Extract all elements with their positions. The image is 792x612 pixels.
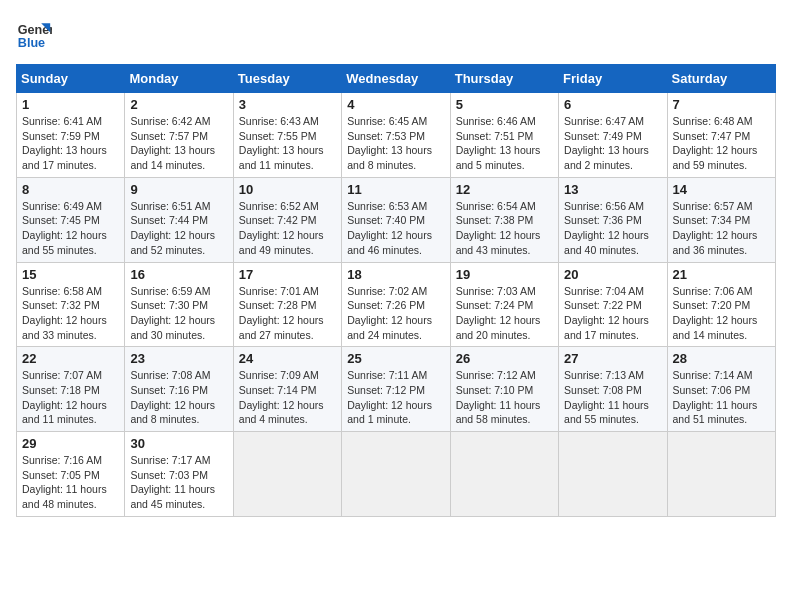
calendar-day-cell: 5 Sunrise: 6:46 AM Sunset: 7:51 PM Dayli… bbox=[450, 93, 558, 178]
daylight-label: Daylight: 13 hours and 17 minutes. bbox=[22, 144, 107, 171]
day-number: 1 bbox=[22, 97, 119, 112]
daylight-label: Daylight: 12 hours and 14 minutes. bbox=[673, 314, 758, 341]
calendar-day-cell bbox=[450, 432, 558, 517]
daylight-label: Daylight: 13 hours and 11 minutes. bbox=[239, 144, 324, 171]
calendar-week-row: 29 Sunrise: 7:16 AM Sunset: 7:05 PM Dayl… bbox=[17, 432, 776, 517]
daylight-label: Daylight: 12 hours and 55 minutes. bbox=[22, 229, 107, 256]
calendar-table: SundayMondayTuesdayWednesdayThursdayFrid… bbox=[16, 64, 776, 517]
sunrise-label: Sunrise: 6:48 AM bbox=[673, 115, 753, 127]
daylight-label: Daylight: 13 hours and 8 minutes. bbox=[347, 144, 432, 171]
sunrise-label: Sunrise: 6:49 AM bbox=[22, 200, 102, 212]
sunrise-label: Sunrise: 7:13 AM bbox=[564, 369, 644, 381]
sunset-label: Sunset: 7:42 PM bbox=[239, 214, 317, 226]
calendar-day-cell bbox=[559, 432, 667, 517]
weekday-header-cell: Tuesday bbox=[233, 65, 341, 93]
calendar-day-cell: 22 Sunrise: 7:07 AM Sunset: 7:18 PM Dayl… bbox=[17, 347, 125, 432]
daylight-label: Daylight: 12 hours and 20 minutes. bbox=[456, 314, 541, 341]
day-info: Sunrise: 6:49 AM Sunset: 7:45 PM Dayligh… bbox=[22, 199, 119, 258]
day-info: Sunrise: 6:43 AM Sunset: 7:55 PM Dayligh… bbox=[239, 114, 336, 173]
sunrise-label: Sunrise: 6:42 AM bbox=[130, 115, 210, 127]
sunrise-label: Sunrise: 6:53 AM bbox=[347, 200, 427, 212]
calendar-body: 1 Sunrise: 6:41 AM Sunset: 7:59 PM Dayli… bbox=[17, 93, 776, 517]
calendar-day-cell: 12 Sunrise: 6:54 AM Sunset: 7:38 PM Dayl… bbox=[450, 177, 558, 262]
sunset-label: Sunset: 7:30 PM bbox=[130, 299, 208, 311]
calendar-day-cell bbox=[667, 432, 775, 517]
daylight-label: Daylight: 12 hours and 49 minutes. bbox=[239, 229, 324, 256]
calendar-day-cell: 13 Sunrise: 6:56 AM Sunset: 7:36 PM Dayl… bbox=[559, 177, 667, 262]
sunset-label: Sunset: 7:26 PM bbox=[347, 299, 425, 311]
sunset-label: Sunset: 7:40 PM bbox=[347, 214, 425, 226]
day-number: 21 bbox=[673, 267, 770, 282]
day-number: 20 bbox=[564, 267, 661, 282]
day-number: 4 bbox=[347, 97, 444, 112]
logo-icon: General Blue bbox=[16, 16, 52, 52]
calendar-day-cell: 23 Sunrise: 7:08 AM Sunset: 7:16 PM Dayl… bbox=[125, 347, 233, 432]
sunset-label: Sunset: 7:34 PM bbox=[673, 214, 751, 226]
logo: General Blue bbox=[16, 16, 52, 52]
calendar-week-row: 8 Sunrise: 6:49 AM Sunset: 7:45 PM Dayli… bbox=[17, 177, 776, 262]
day-info: Sunrise: 7:01 AM Sunset: 7:28 PM Dayligh… bbox=[239, 284, 336, 343]
day-info: Sunrise: 7:11 AM Sunset: 7:12 PM Dayligh… bbox=[347, 368, 444, 427]
daylight-label: Daylight: 12 hours and 40 minutes. bbox=[564, 229, 649, 256]
calendar-day-cell: 9 Sunrise: 6:51 AM Sunset: 7:44 PM Dayli… bbox=[125, 177, 233, 262]
day-number: 12 bbox=[456, 182, 553, 197]
day-info: Sunrise: 6:58 AM Sunset: 7:32 PM Dayligh… bbox=[22, 284, 119, 343]
sunrise-label: Sunrise: 7:11 AM bbox=[347, 369, 427, 381]
sunset-label: Sunset: 7:28 PM bbox=[239, 299, 317, 311]
day-number: 10 bbox=[239, 182, 336, 197]
sunrise-label: Sunrise: 6:58 AM bbox=[22, 285, 102, 297]
day-info: Sunrise: 6:56 AM Sunset: 7:36 PM Dayligh… bbox=[564, 199, 661, 258]
sunset-label: Sunset: 7:49 PM bbox=[564, 130, 642, 142]
daylight-label: Daylight: 12 hours and 46 minutes. bbox=[347, 229, 432, 256]
day-number: 13 bbox=[564, 182, 661, 197]
sunrise-label: Sunrise: 7:04 AM bbox=[564, 285, 644, 297]
sunset-label: Sunset: 7:53 PM bbox=[347, 130, 425, 142]
calendar-day-cell: 8 Sunrise: 6:49 AM Sunset: 7:45 PM Dayli… bbox=[17, 177, 125, 262]
daylight-label: Daylight: 11 hours and 51 minutes. bbox=[673, 399, 758, 426]
calendar-day-cell: 11 Sunrise: 6:53 AM Sunset: 7:40 PM Dayl… bbox=[342, 177, 450, 262]
day-number: 26 bbox=[456, 351, 553, 366]
weekday-header-cell: Wednesday bbox=[342, 65, 450, 93]
sunset-label: Sunset: 7:03 PM bbox=[130, 469, 208, 481]
day-number: 7 bbox=[673, 97, 770, 112]
daylight-label: Daylight: 12 hours and 24 minutes. bbox=[347, 314, 432, 341]
day-info: Sunrise: 7:16 AM Sunset: 7:05 PM Dayligh… bbox=[22, 453, 119, 512]
day-number: 18 bbox=[347, 267, 444, 282]
daylight-label: Daylight: 13 hours and 5 minutes. bbox=[456, 144, 541, 171]
sunset-label: Sunset: 7:18 PM bbox=[22, 384, 100, 396]
sunset-label: Sunset: 7:12 PM bbox=[347, 384, 425, 396]
daylight-label: Daylight: 13 hours and 2 minutes. bbox=[564, 144, 649, 171]
weekday-header-cell: Saturday bbox=[667, 65, 775, 93]
sunrise-label: Sunrise: 6:54 AM bbox=[456, 200, 536, 212]
day-info: Sunrise: 6:48 AM Sunset: 7:47 PM Dayligh… bbox=[673, 114, 770, 173]
sunset-label: Sunset: 7:51 PM bbox=[456, 130, 534, 142]
sunrise-label: Sunrise: 6:59 AM bbox=[130, 285, 210, 297]
calendar-week-row: 15 Sunrise: 6:58 AM Sunset: 7:32 PM Dayl… bbox=[17, 262, 776, 347]
daylight-label: Daylight: 11 hours and 55 minutes. bbox=[564, 399, 649, 426]
sunset-label: Sunset: 7:16 PM bbox=[130, 384, 208, 396]
sunrise-label: Sunrise: 6:45 AM bbox=[347, 115, 427, 127]
sunset-label: Sunset: 7:10 PM bbox=[456, 384, 534, 396]
day-number: 2 bbox=[130, 97, 227, 112]
svg-text:Blue: Blue bbox=[18, 36, 45, 50]
calendar-day-cell: 25 Sunrise: 7:11 AM Sunset: 7:12 PM Dayl… bbox=[342, 347, 450, 432]
page-header: General Blue bbox=[16, 16, 776, 52]
calendar-day-cell: 16 Sunrise: 6:59 AM Sunset: 7:30 PM Dayl… bbox=[125, 262, 233, 347]
calendar-day-cell: 15 Sunrise: 6:58 AM Sunset: 7:32 PM Dayl… bbox=[17, 262, 125, 347]
day-info: Sunrise: 6:53 AM Sunset: 7:40 PM Dayligh… bbox=[347, 199, 444, 258]
day-info: Sunrise: 6:57 AM Sunset: 7:34 PM Dayligh… bbox=[673, 199, 770, 258]
daylight-label: Daylight: 12 hours and 8 minutes. bbox=[130, 399, 215, 426]
sunrise-label: Sunrise: 7:03 AM bbox=[456, 285, 536, 297]
sunset-label: Sunset: 7:45 PM bbox=[22, 214, 100, 226]
daylight-label: Daylight: 12 hours and 36 minutes. bbox=[673, 229, 758, 256]
day-info: Sunrise: 6:54 AM Sunset: 7:38 PM Dayligh… bbox=[456, 199, 553, 258]
calendar-week-row: 1 Sunrise: 6:41 AM Sunset: 7:59 PM Dayli… bbox=[17, 93, 776, 178]
sunrise-label: Sunrise: 6:56 AM bbox=[564, 200, 644, 212]
day-number: 6 bbox=[564, 97, 661, 112]
day-info: Sunrise: 7:04 AM Sunset: 7:22 PM Dayligh… bbox=[564, 284, 661, 343]
day-number: 25 bbox=[347, 351, 444, 366]
day-number: 24 bbox=[239, 351, 336, 366]
sunrise-label: Sunrise: 7:06 AM bbox=[673, 285, 753, 297]
sunset-label: Sunset: 7:47 PM bbox=[673, 130, 751, 142]
sunset-label: Sunset: 7:32 PM bbox=[22, 299, 100, 311]
